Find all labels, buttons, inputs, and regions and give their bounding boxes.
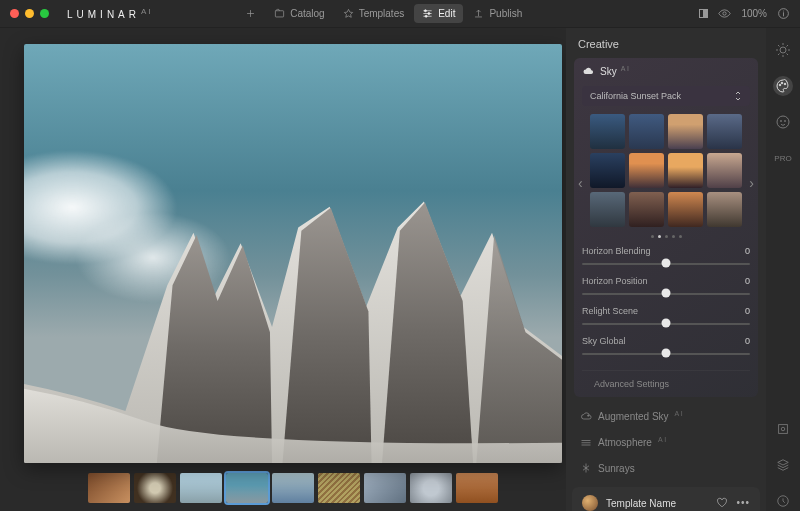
close-dot[interactable] [10, 9, 19, 18]
slider-label: Horizon Position [582, 276, 648, 286]
filmstrip-thumb[interactable] [134, 473, 176, 503]
rail-history[interactable] [773, 491, 793, 511]
rail-creative[interactable] [773, 76, 793, 96]
sky-preset[interactable] [707, 192, 742, 227]
svg-point-6 [780, 47, 786, 53]
filmstrip-thumb[interactable] [88, 473, 130, 503]
slider-relight-scene[interactable] [582, 318, 750, 328]
template-bar: Template Name ••• Reset Save Template [572, 487, 760, 511]
min-dot[interactable] [25, 9, 34, 18]
sun-icon [775, 42, 791, 58]
slider-value: 0 [745, 246, 750, 256]
tool-atmosphere[interactable]: AtmosphereA I [566, 429, 766, 455]
nav-templates[interactable]: Templates [335, 4, 413, 23]
filmstrip-thumb[interactable] [410, 473, 452, 503]
sky-preset[interactable] [668, 153, 703, 188]
sky-preset[interactable] [629, 153, 664, 188]
crop-icon [776, 422, 790, 436]
app-logo: LUMINARAI [67, 7, 153, 20]
slider-value: 0 [745, 336, 750, 346]
palette-icon [775, 78, 791, 94]
template-avatar [582, 495, 598, 511]
sky-preset[interactable] [590, 192, 625, 227]
sky-grid [590, 112, 742, 229]
svg-point-10 [777, 116, 789, 128]
svg-point-2 [428, 12, 430, 14]
updown-icon [734, 91, 742, 101]
slider-sky-global[interactable] [582, 348, 750, 358]
filmstrip [24, 463, 562, 505]
templates-icon [343, 8, 354, 19]
info-icon[interactable] [777, 7, 790, 20]
sky-preset[interactable] [590, 153, 625, 188]
filmstrip-thumb[interactable] [318, 473, 360, 503]
nav-add[interactable] [237, 4, 264, 23]
nav-edit[interactable]: Edit [414, 4, 463, 23]
cloud-icon [582, 65, 594, 77]
more-icon[interactable]: ••• [736, 497, 750, 509]
sky-next[interactable]: › [745, 171, 758, 195]
sky-prev[interactable]: ‹ [574, 171, 587, 195]
nav-publish[interactable]: Publish [465, 4, 530, 23]
tool-sky-header[interactable]: Sky A I [574, 58, 758, 84]
slider-horizon-position[interactable] [582, 288, 750, 298]
filmstrip-thumb[interactable] [364, 473, 406, 503]
slider-horizon-blending[interactable] [582, 258, 750, 268]
right-panel: Creative Sky A I California Sunset Pack … [566, 28, 766, 511]
plus-icon [245, 8, 256, 19]
tool-sunrays[interactable]: Sunrays [566, 455, 766, 481]
zoom-level[interactable]: 100% [741, 8, 767, 19]
svg-point-3 [425, 15, 427, 17]
spark-icon [580, 462, 592, 474]
slider-label: Horizon Blending [582, 246, 651, 256]
svg-point-12 [785, 121, 786, 122]
face-icon [775, 114, 791, 130]
eye-icon[interactable] [718, 7, 731, 20]
tool-sky: Sky A I California Sunset Pack ‹ › Horiz… [574, 58, 758, 397]
rail-portrait[interactable] [773, 112, 793, 132]
filmstrip-thumb[interactable] [226, 473, 268, 503]
max-dot[interactable] [40, 9, 49, 18]
filmstrip-thumb[interactable] [180, 473, 222, 503]
svg-point-1 [425, 10, 427, 12]
canvas-preview[interactable] [24, 44, 562, 463]
slider-value: 0 [745, 306, 750, 316]
sky-preset[interactable] [707, 153, 742, 188]
filmstrip-thumb[interactable] [272, 473, 314, 503]
sky-preset[interactable] [629, 192, 664, 227]
svg-point-4 [723, 12, 726, 15]
svg-rect-0 [276, 11, 284, 17]
window-controls[interactable] [10, 9, 49, 18]
sky-pack-select[interactable]: California Sunset Pack [582, 86, 750, 106]
sky-preset[interactable] [668, 114, 703, 149]
rail-essentials[interactable] [773, 40, 793, 60]
history-icon [776, 494, 790, 508]
haze-icon [580, 436, 592, 448]
catalog-icon [274, 8, 285, 19]
publish-icon [473, 8, 484, 19]
heart-icon[interactable] [716, 497, 728, 509]
compare-button[interactable] [699, 9, 708, 18]
filmstrip-thumb[interactable] [456, 473, 498, 503]
sky-preset[interactable] [590, 114, 625, 149]
sky-preset[interactable] [629, 114, 664, 149]
svg-point-8 [781, 82, 783, 84]
mountain-image [24, 170, 562, 463]
panel-title: Creative [566, 28, 766, 58]
sky-preset[interactable] [707, 114, 742, 149]
advanced-settings[interactable]: Advanced Settings [582, 370, 750, 397]
svg-point-11 [781, 121, 782, 122]
svg-rect-13 [779, 425, 788, 434]
template-name[interactable]: Template Name [606, 498, 708, 509]
sliders-icon [422, 8, 433, 19]
rail-crop[interactable] [773, 419, 793, 439]
tool-augmented-sky[interactable]: Augmented SkyA I [566, 403, 766, 429]
rail-pro[interactable]: PRO [774, 148, 791, 168]
svg-point-14 [781, 427, 785, 431]
rail-layers[interactable] [773, 455, 793, 475]
sky-preset[interactable] [668, 192, 703, 227]
slider-label: Relight Scene [582, 306, 638, 316]
nav-catalog[interactable]: Catalog [266, 4, 332, 23]
slider-label: Sky Global [582, 336, 626, 346]
cloud-plus-icon [580, 410, 592, 422]
